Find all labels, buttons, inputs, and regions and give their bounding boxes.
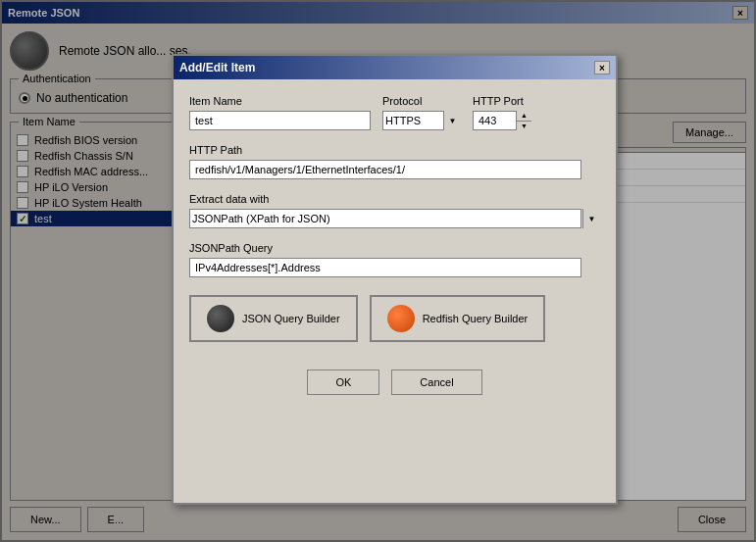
- http-path-group: HTTP Path: [189, 144, 600, 179]
- cancel-button[interactable]: Cancel: [391, 370, 481, 395]
- http-port-label: HTTP Port: [473, 95, 531, 107]
- protocol-label: Protocol: [382, 95, 461, 107]
- jsonpath-group: JSONPath Query: [189, 242, 600, 277]
- redfish-query-builder-label: Redfish Query Builder: [423, 313, 529, 324]
- modal-close-button[interactable]: ×: [594, 61, 610, 74]
- port-up-button[interactable]: ▲: [517, 111, 531, 122]
- redfish-query-builder-button[interactable]: Redfish Query Builder: [370, 295, 546, 342]
- jsonpath-input[interactable]: [189, 258, 581, 277]
- port-down-button[interactable]: ▼: [517, 122, 531, 131]
- json-query-builder-label: JSON Query Builder: [242, 313, 340, 324]
- modal-dialog: Add/Edit Item × Item Name Protocol HTTPS…: [172, 54, 618, 505]
- http-path-label: HTTP Path: [189, 144, 600, 156]
- item-name-group: Item Name: [189, 95, 371, 130]
- item-name-input[interactable]: [189, 111, 371, 130]
- http-path-input[interactable]: [189, 160, 581, 179]
- modal-body: Item Name Protocol HTTPS HTTP ▼ HTTP Por…: [174, 79, 616, 358]
- redfish-query-builder-icon: [387, 305, 415, 332]
- protocol-group: Protocol HTTPS HTTP ▼: [382, 95, 461, 130]
- ok-button[interactable]: OK: [307, 370, 379, 395]
- protocol-select-wrapper: HTTPS HTTP ▼: [382, 111, 461, 130]
- modal-bottom: OK Cancel: [174, 358, 616, 407]
- extract-select[interactable]: JSONPath (XPath for JSON) Regex Full res…: [189, 209, 581, 228]
- extract-group: Extract data with JSONPath (XPath for JS…: [189, 193, 600, 228]
- json-query-builder-button[interactable]: JSON Query Builder: [189, 295, 358, 342]
- extract-label: Extract data with: [189, 193, 600, 205]
- port-spinners: ▲ ▼: [516, 111, 531, 130]
- item-name-label: Item Name: [189, 95, 371, 107]
- jsonpath-label: JSONPath Query: [189, 242, 600, 254]
- extract-select-wrapper: JSONPath (XPath for JSON) Regex Full res…: [189, 209, 600, 228]
- http-port-group: HTTP Port ▲ ▼: [473, 95, 531, 130]
- form-row-1: Item Name Protocol HTTPS HTTP ▼ HTTP Por…: [189, 95, 600, 130]
- port-wrapper: ▲ ▼: [473, 111, 531, 130]
- json-query-builder-icon: [207, 305, 234, 332]
- modal-title-bar: Add/Edit Item ×: [174, 56, 616, 79]
- protocol-select[interactable]: HTTPS HTTP: [382, 111, 461, 130]
- query-buttons: JSON Query Builder Redfish Query Builder: [189, 295, 600, 342]
- extract-dropdown-arrow: ▼: [582, 209, 600, 228]
- modal-overlay: Add/Edit Item × Item Name Protocol HTTPS…: [0, 0, 756, 542]
- modal-title: Add/Edit Item: [179, 61, 255, 74]
